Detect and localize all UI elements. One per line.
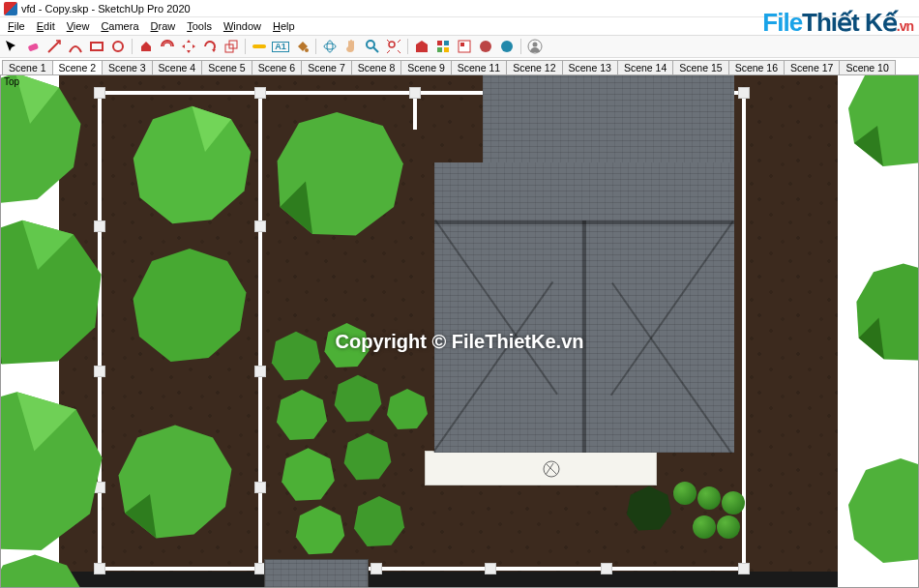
shrub-dark [620,482,678,535]
orbit-tool[interactable] [320,37,340,56]
enscape-tool[interactable] [476,37,495,56]
shrub [340,428,396,485]
scene-tab[interactable]: Scene 13 [562,60,618,74]
circle-tool[interactable] [108,37,128,56]
scene-tab[interactable]: Scene 1 [2,60,53,74]
fence-post [485,563,496,574]
scene-tab[interactable]: Scene 9 [400,60,452,74]
viewport[interactable]: Top [0,75,919,588]
fence-post [371,563,382,574]
layout-tool[interactable] [455,37,474,56]
toolbar: A1 [0,35,919,58]
svg-marker-49 [344,433,392,481]
svg-point-20 [533,43,538,47]
bush [722,491,745,514]
eraser-tool[interactable] [23,37,43,56]
svg-marker-32 [848,75,919,166]
offset-tool[interactable] [158,37,177,56]
scene-tab[interactable]: Scene 10 [839,60,895,74]
svg-rect-13 [437,47,442,52]
svg-marker-31 [0,555,83,589]
shrub [383,385,431,433]
svg-marker-51 [296,506,344,554]
scene-tab[interactable]: Scene 12 [506,60,562,74]
window-title: vfd - Copy.skp - SketchUp Pro 2020 [21,3,191,15]
scene-tab[interactable]: Scene 7 [301,60,352,74]
svg-marker-52 [354,496,404,546]
svg-rect-14 [444,47,449,52]
arc-tool[interactable] [66,37,85,56]
scene-tab[interactable]: Scene 14 [617,60,673,74]
rectangle-tool[interactable] [87,37,106,56]
svg-rect-11 [437,41,442,45]
scene-tab[interactable]: Scene 15 [672,60,728,74]
tree [0,75,88,211]
select-tool[interactable] [2,37,21,56]
svg-marker-41 [133,249,247,362]
menu-edit[interactable]: Edit [31,19,61,33]
svg-marker-47 [335,375,382,423]
shrub [320,317,373,373]
menu-window[interactable]: Window [218,19,267,33]
paint-bucket-tool[interactable] [292,37,311,56]
entry-path [264,559,369,588]
menu-draw[interactable]: Draw [145,19,182,33]
pan-tool[interactable] [341,37,361,56]
menu-help[interactable]: Help [267,19,301,33]
user-account[interactable] [525,37,545,56]
toolbar-separator [315,39,316,54]
shrub [272,385,332,445]
rotate-tool[interactable] [200,37,220,56]
svg-marker-53 [627,485,671,530]
toolbar-separator [132,39,133,54]
fence-post [601,563,612,574]
vray-tool[interactable] [497,37,517,56]
zoom-extents-tool[interactable] [384,37,403,56]
tree [843,75,919,182]
svg-point-18 [501,41,513,52]
menu-view[interactable]: View [61,19,96,33]
tree [272,104,407,245]
view-name-label: Top [4,76,19,87]
tree [843,433,919,588]
svg-marker-48 [282,448,335,501]
scene-tab[interactable]: Scene 2 [52,60,104,74]
svg-marker-46 [277,390,327,440]
3d-warehouse-tool[interactable] [412,37,431,56]
move-tool[interactable] [179,37,198,56]
bush [697,486,721,510]
line-tool[interactable] [44,37,64,56]
push-pull-tool[interactable] [136,37,156,56]
scene-tab[interactable]: Scene 8 [351,60,402,74]
svg-rect-16 [460,43,464,46]
shrub [267,327,325,385]
fence [258,91,262,571]
menu-file[interactable]: File [2,19,31,33]
scene-tab[interactable]: Scene 17 [784,60,840,74]
scene-tab[interactable]: Scene 6 [252,60,303,74]
bush [717,515,740,539]
extension-warehouse-tool[interactable] [433,37,453,56]
svg-point-8 [327,41,333,52]
scene-tab[interactable]: Scene 3 [102,60,153,74]
scale-tool[interactable] [222,37,241,56]
scene-tab[interactable]: Scene 16 [728,60,785,74]
scene-tab[interactable]: Scene 5 [201,60,252,74]
svg-point-9 [367,41,374,48]
menu-tools[interactable]: Tools [181,19,218,33]
toolbar-separator [245,39,246,54]
scene-tab[interactable]: Scene 4 [152,60,203,74]
shrub [330,370,386,426]
text-tool[interactable]: A1 [271,37,290,56]
svg-point-17 [480,41,491,52]
zoom-tool[interactable] [363,37,382,56]
tape-measure-tool[interactable] [250,37,269,56]
fence [98,567,746,571]
menu-camera[interactable]: Camera [95,19,144,33]
scene-tab[interactable]: Scene 11 [451,60,507,74]
toolbar-separator [520,39,521,54]
scene-tabs: Scene 1 Scene 2 Scene 3 Scene 4 Scene 5 … [0,58,919,75]
sketchup-app-icon [4,2,17,15]
roof-ridge [582,220,586,453]
svg-marker-50 [387,389,428,429]
